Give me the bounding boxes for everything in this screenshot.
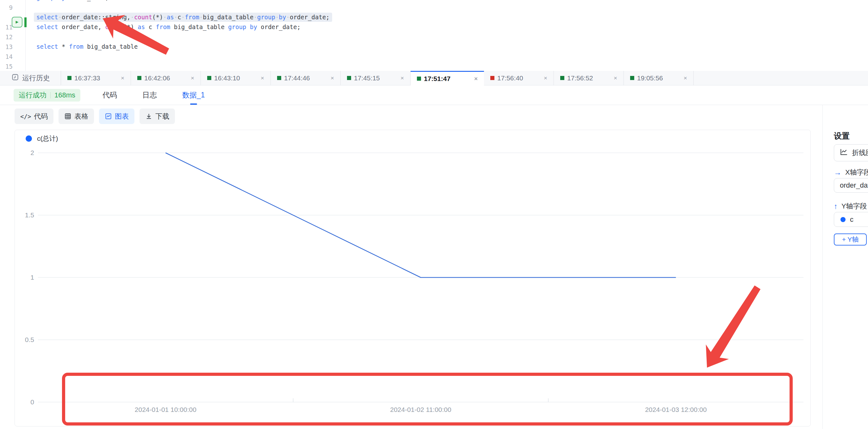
history-tab[interactable]: 17:56:40 × <box>484 71 554 85</box>
history-tab[interactable]: 17:44:46 × <box>271 71 341 85</box>
close-icon[interactable]: × <box>542 74 549 82</box>
chart-type-select[interactable]: 折线图 <box>834 144 868 161</box>
y-tick-label: 0 <box>12 398 34 406</box>
add-y-axis-label: + Y轴 <box>842 235 859 244</box>
run-history-label: 运行历史 <box>0 71 61 85</box>
x-tick-label: 2024-01-01 10:00:00 <box>115 406 216 413</box>
success-status-icon <box>560 76 564 80</box>
history-icon <box>11 73 19 83</box>
result-tabs: 代码日志数据_1 <box>80 85 208 105</box>
x-field-label: → X轴字段 <box>834 168 868 177</box>
code-token: (*) <box>152 13 163 21</box>
code-line[interactable]: 12 <box>0 32 868 42</box>
y-field-list: c <box>834 212 868 227</box>
x-field-value: order_date <box>840 181 868 189</box>
download-icon <box>145 113 152 120</box>
x-field-select[interactable]: order_date <box>834 178 868 193</box>
history-tab-time: 17:45:15 <box>354 74 399 82</box>
view-button-图表[interactable]: 图表 <box>99 109 134 124</box>
chart-legend[interactable]: c(总计) <box>26 134 58 143</box>
history-tab[interactable]: 17:56:52 × <box>554 71 624 85</box>
history-tabs: 16:37:33 × 16:42:06 × 16:43:10 × 17:44:4… <box>61 71 694 85</box>
history-tab[interactable]: 19:05:56 × <box>624 71 694 85</box>
close-icon[interactable]: × <box>120 74 126 82</box>
code-token: from <box>152 23 174 30</box>
code-token: order_date; <box>261 23 301 30</box>
code-token: from <box>69 43 84 50</box>
code-line[interactable]: ▶ select·order_date::string,·count(*)·as… <box>0 12 868 22</box>
close-icon[interactable]: × <box>682 74 688 82</box>
result-tab-数据_1[interactable]: 数据_1 <box>179 85 208 105</box>
y-tick-label: 1.5 <box>12 211 34 219</box>
history-tab[interactable]: 16:43:10 × <box>201 71 271 85</box>
result-tab-代码[interactable]: 代码 <box>99 85 120 105</box>
view-button-label: 表格 <box>74 112 88 121</box>
x-tick-label: 2024-01-02 11:00:00 <box>370 406 471 413</box>
history-tab-time: 16:42:06 <box>144 74 189 82</box>
view-button-代码[interactable]: </>代码 <box>14 109 54 124</box>
sql-workbench-window: group by order_date;9 ▶ select·order_dat… <box>0 0 868 429</box>
close-icon[interactable]: × <box>189 74 195 82</box>
result-tab-日志[interactable]: 日志 <box>139 85 160 105</box>
success-status-icon <box>277 76 281 80</box>
legend-dot-icon <box>26 135 32 142</box>
add-y-axis-button[interactable]: + Y轴 <box>834 234 867 246</box>
close-icon[interactable]: × <box>399 74 405 82</box>
y-axis-arrow-icon: ↑ <box>834 202 838 211</box>
view-button-表格[interactable]: 表格 <box>59 109 94 124</box>
success-status-icon <box>347 76 351 80</box>
history-tab[interactable]: 17:45:15 × <box>341 71 411 85</box>
code-token: ·from· <box>181 13 203 21</box>
success-status-icon <box>630 76 634 80</box>
status-separator <box>50 92 51 98</box>
code-token: big_data_table <box>174 23 225 30</box>
close-icon[interactable]: × <box>473 75 479 83</box>
code-token: c <box>149 23 152 30</box>
code-line[interactable]: 15 <box>0 61 868 71</box>
code-line[interactable]: 11select order_date, count(*) as c from … <box>0 22 868 32</box>
close-icon[interactable]: × <box>259 74 266 82</box>
code-token: big_data_table <box>203 13 253 21</box>
x-axis-arrow-icon: → <box>834 168 841 177</box>
code-token: count <box>134 13 152 21</box>
code-token: c <box>178 13 181 21</box>
close-icon[interactable]: × <box>329 74 335 82</box>
view-button-下载[interactable]: 下载 <box>140 109 175 124</box>
history-tab[interactable]: 16:42:06 × <box>131 71 201 85</box>
code-token: group by <box>225 23 261 30</box>
code-line[interactable]: 13select * from big_data_table <box>0 42 868 52</box>
code-token: order_date; <box>69 0 109 1</box>
code-token: ·as· <box>163 13 178 21</box>
code-token: order_date; <box>290 13 330 21</box>
close-icon[interactable]: × <box>612 74 618 82</box>
code-token: group by <box>36 0 69 1</box>
code-token: * <box>58 43 69 50</box>
view-button-label: 图表 <box>115 112 129 121</box>
result-panel-header: 运行成功 168ms 代码日志数据_1 <box>0 85 868 105</box>
history-tab[interactable]: 16:37:33 × <box>61 71 131 85</box>
run-history-text: 运行历史 <box>22 73 50 83</box>
code-token: count <box>105 23 123 30</box>
line-number: 12 <box>0 34 25 40</box>
code-line[interactable]: 14 <box>0 52 868 61</box>
code-token: select <box>36 13 58 21</box>
code-token: select <box>36 23 58 30</box>
code-token: as <box>134 23 149 30</box>
code-line[interactable]: 9 <box>0 3 868 12</box>
line-number: 11 <box>0 24 25 31</box>
chart-type-value: 折线图 <box>852 148 868 158</box>
chart-icon <box>105 113 112 120</box>
y-tick-label: 2 <box>12 149 34 157</box>
legend-series-label: c(总计) <box>37 134 58 143</box>
status-text: 运行成功 <box>19 90 46 100</box>
code-icon: </> <box>20 113 31 120</box>
history-tab[interactable]: 17:51:47 × <box>411 71 484 85</box>
series-color-dot <box>840 217 845 222</box>
y-field-item[interactable]: c <box>834 212 868 227</box>
code-editor[interactable]: group by order_date;9 ▶ select·order_dat… <box>0 0 868 71</box>
code-token: ·group·by· <box>254 13 290 21</box>
history-tab-time: 17:56:52 <box>567 74 612 82</box>
code-token: big_data_table <box>84 43 138 50</box>
line-number: 15 <box>0 63 25 70</box>
settings-divider <box>823 105 823 429</box>
